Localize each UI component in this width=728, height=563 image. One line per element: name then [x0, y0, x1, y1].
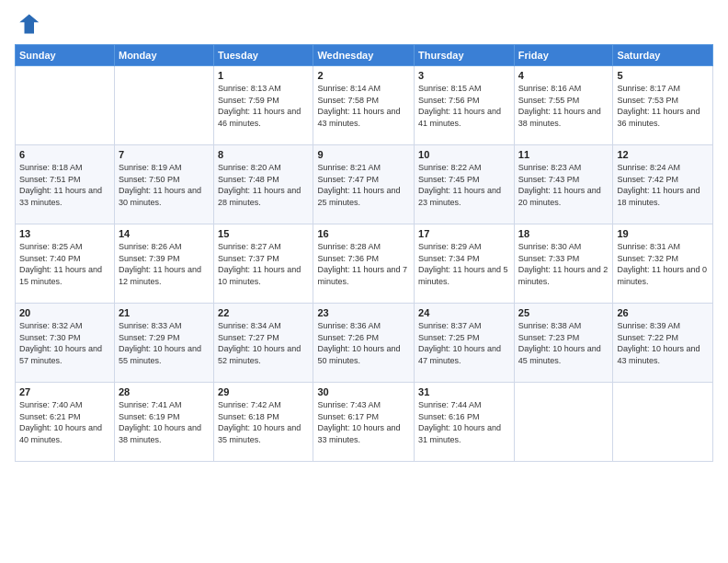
day-cell: 5Sunrise: 8:17 AMSunset: 7:53 PMDaylight…	[613, 66, 713, 145]
day-cell	[114, 66, 213, 145]
day-number: 5	[617, 70, 709, 81]
logo	[15, 11, 44, 37]
day-cell: 4Sunrise: 8:16 AMSunset: 7:55 PMDaylight…	[514, 66, 613, 145]
day-number: 7	[119, 149, 210, 160]
day-cell: 31Sunrise: 7:44 AMSunset: 6:16 PMDayligh…	[415, 383, 515, 462]
day-cell: 10Sunrise: 8:22 AMSunset: 7:45 PMDayligh…	[415, 145, 515, 224]
day-cell: 16Sunrise: 8:28 AMSunset: 7:36 PMDayligh…	[313, 224, 415, 304]
day-info: Sunrise: 7:40 AMSunset: 6:21 PMDaylight:…	[19, 399, 110, 445]
week-row: 1Sunrise: 8:13 AMSunset: 7:59 PMDaylight…	[16, 66, 713, 145]
col-header-monday: Monday	[114, 45, 213, 66]
day-info: Sunrise: 8:19 AMSunset: 7:50 PMDaylight:…	[119, 162, 210, 208]
day-cell: 24Sunrise: 8:37 AMSunset: 7:25 PMDayligh…	[415, 304, 515, 383]
day-cell	[514, 383, 613, 462]
day-info: Sunrise: 8:38 AMSunset: 7:23 PMDaylight:…	[518, 320, 609, 366]
day-cell: 21Sunrise: 8:33 AMSunset: 7:29 PMDayligh…	[114, 304, 213, 383]
day-number: 28	[119, 386, 210, 397]
day-cell	[613, 383, 713, 462]
day-number: 23	[317, 307, 410, 318]
day-cell: 20Sunrise: 8:32 AMSunset: 7:30 PMDayligh…	[16, 304, 115, 383]
day-cell: 23Sunrise: 8:36 AMSunset: 7:26 PMDayligh…	[313, 304, 415, 383]
day-info: Sunrise: 8:24 AMSunset: 7:42 PMDaylight:…	[617, 162, 709, 208]
day-info: Sunrise: 8:31 AMSunset: 7:32 PMDaylight:…	[617, 241, 709, 287]
day-number: 9	[317, 149, 410, 160]
day-cell: 17Sunrise: 8:29 AMSunset: 7:34 PMDayligh…	[415, 224, 515, 304]
page: SundayMondayTuesdayWednesdayThursdayFrid…	[0, 0, 728, 563]
col-header-tuesday: Tuesday	[214, 45, 313, 66]
day-info: Sunrise: 8:15 AMSunset: 7:56 PMDaylight:…	[418, 83, 510, 129]
day-info: Sunrise: 8:27 AMSunset: 7:37 PMDaylight:…	[218, 241, 309, 287]
week-row: 13Sunrise: 8:25 AMSunset: 7:40 PMDayligh…	[16, 224, 713, 304]
day-number: 19	[617, 228, 709, 239]
day-cell: 14Sunrise: 8:26 AMSunset: 7:39 PMDayligh…	[114, 224, 213, 304]
day-number: 10	[418, 149, 510, 160]
day-cell: 28Sunrise: 7:41 AMSunset: 6:19 PMDayligh…	[114, 383, 213, 462]
day-number: 27	[19, 386, 110, 397]
day-number: 13	[19, 228, 110, 239]
day-info: Sunrise: 8:33 AMSunset: 7:29 PMDaylight:…	[119, 320, 210, 366]
day-cell: 6Sunrise: 8:18 AMSunset: 7:51 PMDaylight…	[16, 145, 115, 224]
day-info: Sunrise: 7:43 AMSunset: 6:17 PMDaylight:…	[317, 399, 410, 445]
day-info: Sunrise: 7:41 AMSunset: 6:19 PMDaylight:…	[119, 399, 210, 445]
day-info: Sunrise: 8:13 AMSunset: 7:59 PMDaylight:…	[218, 83, 309, 129]
day-info: Sunrise: 8:20 AMSunset: 7:48 PMDaylight:…	[218, 162, 309, 208]
day-number: 24	[418, 307, 510, 318]
day-cell: 2Sunrise: 8:14 AMSunset: 7:58 PMDaylight…	[313, 66, 415, 145]
day-cell: 26Sunrise: 8:39 AMSunset: 7:22 PMDayligh…	[613, 304, 713, 383]
day-info: Sunrise: 8:22 AMSunset: 7:45 PMDaylight:…	[418, 162, 510, 208]
day-info: Sunrise: 8:16 AMSunset: 7:55 PMDaylight:…	[518, 83, 609, 129]
day-number: 1	[218, 70, 309, 81]
day-number: 4	[518, 70, 609, 81]
day-number: 30	[317, 386, 410, 397]
header-row: SundayMondayTuesdayWednesdayThursdayFrid…	[16, 45, 713, 66]
day-number: 25	[518, 307, 609, 318]
day-number: 12	[617, 149, 709, 160]
col-header-wednesday: Wednesday	[313, 45, 415, 66]
day-info: Sunrise: 8:29 AMSunset: 7:34 PMDaylight:…	[418, 241, 510, 287]
day-number: 31	[418, 386, 510, 397]
svg-marker-0	[19, 15, 39, 34]
col-header-saturday: Saturday	[613, 45, 713, 66]
day-cell: 3Sunrise: 8:15 AMSunset: 7:56 PMDaylight…	[415, 66, 515, 145]
week-row: 6Sunrise: 8:18 AMSunset: 7:51 PMDaylight…	[16, 145, 713, 224]
day-info: Sunrise: 8:17 AMSunset: 7:53 PMDaylight:…	[617, 83, 709, 129]
day-cell	[16, 66, 115, 145]
col-header-thursday: Thursday	[415, 45, 515, 66]
day-info: Sunrise: 8:26 AMSunset: 7:39 PMDaylight:…	[119, 241, 210, 287]
day-number: 17	[418, 228, 510, 239]
day-number: 22	[218, 307, 309, 318]
day-number: 8	[218, 149, 309, 160]
day-cell: 1Sunrise: 8:13 AMSunset: 7:59 PMDaylight…	[214, 66, 313, 145]
day-cell: 25Sunrise: 8:38 AMSunset: 7:23 PMDayligh…	[514, 304, 613, 383]
day-cell: 18Sunrise: 8:30 AMSunset: 7:33 PMDayligh…	[514, 224, 613, 304]
day-number: 6	[19, 149, 110, 160]
day-cell: 13Sunrise: 8:25 AMSunset: 7:40 PMDayligh…	[16, 224, 115, 304]
day-info: Sunrise: 8:28 AMSunset: 7:36 PMDaylight:…	[317, 241, 410, 287]
day-number: 11	[518, 149, 609, 160]
day-number: 3	[418, 70, 510, 81]
day-cell: 7Sunrise: 8:19 AMSunset: 7:50 PMDaylight…	[114, 145, 213, 224]
header	[15, 11, 713, 37]
week-row: 20Sunrise: 8:32 AMSunset: 7:30 PMDayligh…	[16, 304, 713, 383]
day-number: 21	[119, 307, 210, 318]
day-cell: 12Sunrise: 8:24 AMSunset: 7:42 PMDayligh…	[613, 145, 713, 224]
day-cell: 30Sunrise: 7:43 AMSunset: 6:17 PMDayligh…	[313, 383, 415, 462]
day-info: Sunrise: 8:34 AMSunset: 7:27 PMDaylight:…	[218, 320, 309, 366]
calendar-table: SundayMondayTuesdayWednesdayThursdayFrid…	[15, 44, 713, 462]
day-info: Sunrise: 8:23 AMSunset: 7:43 PMDaylight:…	[518, 162, 609, 208]
day-info: Sunrise: 8:25 AMSunset: 7:40 PMDaylight:…	[19, 241, 110, 287]
day-number: 18	[518, 228, 609, 239]
col-header-sunday: Sunday	[16, 45, 115, 66]
week-row: 27Sunrise: 7:40 AMSunset: 6:21 PMDayligh…	[16, 383, 713, 462]
day-cell: 15Sunrise: 8:27 AMSunset: 7:37 PMDayligh…	[214, 224, 313, 304]
day-number: 26	[617, 307, 709, 318]
day-info: Sunrise: 8:39 AMSunset: 7:22 PMDaylight:…	[617, 320, 709, 366]
day-info: Sunrise: 8:18 AMSunset: 7:51 PMDaylight:…	[19, 162, 110, 208]
day-cell: 11Sunrise: 8:23 AMSunset: 7:43 PMDayligh…	[514, 145, 613, 224]
day-number: 16	[317, 228, 410, 239]
day-info: Sunrise: 8:30 AMSunset: 7:33 PMDaylight:…	[518, 241, 609, 287]
day-cell: 27Sunrise: 7:40 AMSunset: 6:21 PMDayligh…	[16, 383, 115, 462]
day-cell: 29Sunrise: 7:42 AMSunset: 6:18 PMDayligh…	[214, 383, 313, 462]
day-cell: 8Sunrise: 8:20 AMSunset: 7:48 PMDaylight…	[214, 145, 313, 224]
day-number: 15	[218, 228, 309, 239]
